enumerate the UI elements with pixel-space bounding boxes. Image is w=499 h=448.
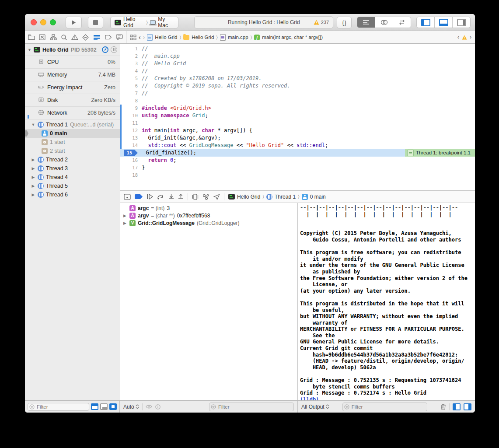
line-number[interactable]: 11 <box>120 119 142 127</box>
thread-row[interactable]: ▶Thread 2 <box>25 155 120 164</box>
console-output-dropdown[interactable]: All Output <box>301 404 329 410</box>
gauge-row-energy-impact[interactable]: Energy ImpactZero <box>25 81 120 94</box>
variable-row[interactable]: ▶VGrid::GridLogMessage(Grid::GridLogger) <box>120 219 297 227</box>
line-number[interactable]: 10 <box>120 112 142 119</box>
stop-button[interactable] <box>88 17 103 28</box>
debug-navigator-icon[interactable] <box>93 35 101 40</box>
related-items-icon[interactable] <box>130 35 136 40</box>
info-icon[interactable] <box>155 404 161 410</box>
disclosure-triangle-icon[interactable]: ▼ <box>28 48 31 52</box>
code-line[interactable]: 4// <box>120 67 475 75</box>
test-navigator-icon[interactable] <box>82 34 89 41</box>
stack-frame-row[interactable]: 0 main <box>25 129 120 138</box>
navigator-filter-input[interactable] <box>28 403 89 411</box>
version-editor-button[interactable] <box>393 17 411 28</box>
previous-issue-button[interactable]: ‹ <box>457 34 459 40</box>
toggle-inspector-button[interactable] <box>452 17 470 28</box>
forward-button[interactable]: › <box>143 34 145 41</box>
code-line[interactable]: 11 <box>120 119 475 127</box>
thread-row[interactable]: ▶Thread 3 <box>25 164 120 173</box>
line-number[interactable]: 12 <box>120 127 142 134</box>
symbol-navigator-icon[interactable] <box>50 34 57 40</box>
line-number[interactable]: 6 <box>120 82 142 90</box>
clear-console-button[interactable] <box>440 403 446 410</box>
continue-button[interactable] <box>147 194 153 200</box>
line-number[interactable]: 16 <box>120 157 142 164</box>
assistant-editor-button[interactable] <box>375 17 393 28</box>
gauge-mode-icon[interactable] <box>102 46 108 53</box>
step-over-button[interactable] <box>157 194 164 200</box>
scheme-selector[interactable]: Hello Grid 〉 My Mac <box>110 17 178 28</box>
line-number[interactable]: 7 <box>120 90 142 97</box>
process-row[interactable]: ▼ Hello Grid PID 55302 <box>25 44 120 56</box>
filter-view-icon[interactable] <box>109 403 117 410</box>
code-line[interactable]: 5// Created by s1786208 on 17/03/2019. <box>120 75 475 82</box>
breadcrumb-file[interactable]: main.cpp <box>220 34 248 41</box>
line-number[interactable]: 8 <box>120 97 142 105</box>
thread-row[interactable]: ▶Thread 4 <box>25 173 120 182</box>
line-number[interactable]: 17 <box>120 164 142 172</box>
standard-editor-button[interactable] <box>357 17 375 28</box>
toggle-console-button[interactable] <box>464 403 471 410</box>
run-button[interactable] <box>66 17 82 28</box>
thread-view-mode-icon[interactable] <box>111 46 117 53</box>
code-line[interactable]: 17} <box>120 164 475 172</box>
project-navigator-icon[interactable] <box>28 34 35 40</box>
disclosure-triangle-icon[interactable]: ▶ <box>31 175 35 179</box>
gauge-row-network[interactable]: Network208 bytes/s <box>25 106 120 119</box>
view-hierarchy-button[interactable] <box>192 194 199 200</box>
source-control-navigator-icon[interactable] <box>39 34 45 40</box>
memory-graph-button[interactable] <box>202 194 209 200</box>
gauge-row-disk[interactable]: DiskZero KB/s <box>25 94 120 106</box>
variable-row[interactable]: ▶Aargv= (char **)0x7ffeefbff568 <box>120 212 297 219</box>
code-line[interactable]: 1// <box>120 45 475 52</box>
breakpoint-navigator-icon[interactable] <box>105 35 112 40</box>
line-number[interactable]: 9 <box>120 105 142 112</box>
warning-badge[interactable]: 237 <box>314 20 329 25</box>
code-line[interactable]: 3// Hello Grid <box>120 60 475 67</box>
variables-scope-dropdown[interactable]: Auto <box>123 404 139 410</box>
crumb-app-label[interactable]: Hello Grid <box>237 194 260 200</box>
line-number[interactable]: 13 <box>120 134 142 142</box>
minimize-window-button[interactable] <box>40 19 46 25</box>
crumb-frame-label[interactable]: 0 main <box>310 194 326 200</box>
disclosure-triangle-icon[interactable]: ▼ <box>31 122 35 127</box>
code-line[interactable]: 9#include <Grid/Grid.h> <box>120 105 475 112</box>
search-navigator-icon[interactable] <box>61 34 67 41</box>
line-number[interactable]: 2 <box>120 52 142 60</box>
line-number[interactable]: 15 <box>120 149 140 157</box>
step-into-button[interactable] <box>168 194 174 200</box>
variables-filter-input[interactable] <box>209 402 294 411</box>
toggle-debug-area-button[interactable] <box>434 17 452 28</box>
filter-stack-icon[interactable] <box>100 403 108 410</box>
issue-navigator-icon[interactable] <box>71 34 78 40</box>
breadcrumb-group[interactable]: Hello Grid <box>183 35 214 40</box>
code-line[interactable]: 8 <box>120 97 475 105</box>
thread-row[interactable]: ▶Thread 5 <box>25 182 120 190</box>
stack-frame-row[interactable]: 1 start <box>25 138 120 147</box>
next-issue-button[interactable]: › <box>470 34 471 40</box>
code-line[interactable]: 2// main.cpp <box>120 52 475 60</box>
stack-frame-row[interactable]: 2 start <box>25 147 120 155</box>
disclosure-triangle-icon[interactable]: ▶ <box>31 184 35 188</box>
code-line[interactable]: 7// <box>120 90 475 97</box>
code-line[interactable]: 13 Grid_init(&argc,&argv); <box>120 134 475 142</box>
line-number[interactable]: 1 <box>120 45 142 52</box>
library-button[interactable]: { } <box>337 17 352 28</box>
source-editor[interactable]: 1//2// main.cpp3// Hello Grid4//5// Crea… <box>120 44 475 190</box>
toggle-navigator-button[interactable] <box>417 17 434 28</box>
gauge-row-memory[interactable]: Memory7.4 MB <box>25 68 120 81</box>
simulate-location-button[interactable] <box>213 194 220 200</box>
disclosure-triangle-icon[interactable]: ▶ <box>123 221 127 225</box>
variable-row[interactable]: Aargc= (int)3 <box>120 204 297 212</box>
code-line[interactable]: 18 <box>120 172 475 179</box>
console-output[interactable]: --|--|--|--|--|--|--|--|--|--|--|--|--|-… <box>298 203 475 400</box>
line-number[interactable]: 4 <box>120 67 142 75</box>
breadcrumb-project[interactable]: Hello Grid <box>147 34 177 41</box>
code-line[interactable]: 10using namespace Grid; <box>120 112 475 119</box>
lldb-prompt[interactable]: (lldb) <box>300 396 475 400</box>
quicklook-eye-icon[interactable] <box>146 404 152 409</box>
line-number[interactable]: 18 <box>120 172 142 179</box>
variables-view[interactable]: Aargc= (int)3▶Aargv= (char **)0x7ffeefbf… <box>120 203 298 400</box>
zoom-window-button[interactable] <box>50 19 56 25</box>
